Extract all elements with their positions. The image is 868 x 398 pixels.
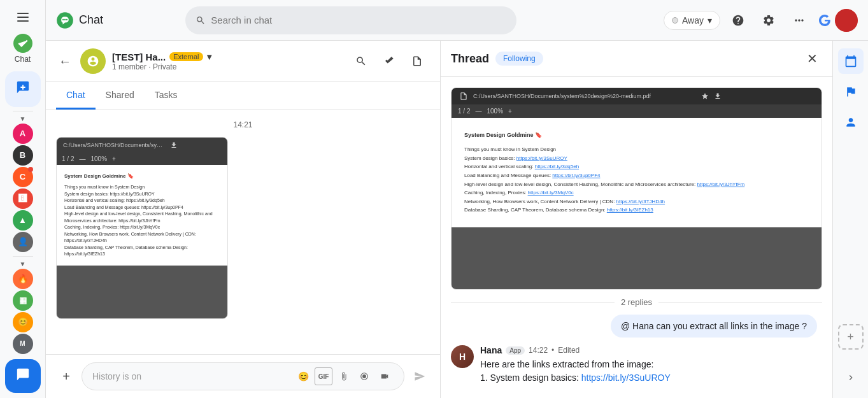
mention-message-container: @ Hana can you extract all links in the … — [451, 315, 822, 338]
sidebar-avatar-grid[interactable]: ▦ — [13, 290, 33, 311]
expand-icon-2[interactable]: ▼ — [20, 260, 26, 267]
right-sidebar-add-button[interactable]: + — [838, 324, 864, 350]
tab-chat[interactable]: Chat — [56, 82, 96, 110]
user-avatar[interactable] — [835, 9, 858, 32]
mention-message: @ Hana can you extract all links in the … — [611, 315, 817, 338]
help-icon[interactable] — [725, 8, 751, 33]
expand-icon[interactable]: ▼ — [20, 115, 26, 122]
sidebar-avatar-emoji[interactable]: 😊 — [13, 312, 33, 332]
chat-search-icon[interactable] — [348, 48, 374, 74]
hamburger-menu-icon[interactable] — [10, 5, 36, 29]
chat-title-area: [TEST] Ha... External ▾ 1 member · Priva… — [112, 52, 342, 71]
pdf-content-area[interactable]: 1 / 2 — 100% + System Design Goldmine 🔖 … — [57, 153, 227, 318]
search-bar[interactable] — [185, 6, 516, 34]
thread-pdf-link-5[interactable]: https://bit.ly/3MqV0c — [528, 190, 574, 195]
pdf-title: System Design Goldmine 🔖 — [64, 173, 220, 180]
chat-tabs: Chat Shared Tasks — [46, 82, 440, 110]
right-sidebar-expand-icon[interactable] — [838, 365, 864, 390]
status-label: Away — [682, 15, 704, 25]
reply-sender-name: Hana — [480, 345, 502, 355]
thread-pdf-attachment[interactable]: C:/Users/SANTHOSH/Documents/system%20des… — [451, 87, 822, 290]
thread-title: Thread — [451, 52, 489, 66]
video-call-icon[interactable] — [376, 48, 402, 74]
thread-pdf-link-7[interactable]: https://bit.ly/3IEZh13 — [607, 207, 653, 213]
topbar-logo: Chat — [56, 11, 103, 29]
user-avatar-image — [835, 9, 858, 32]
sidebar-avatar-4[interactable]: 🅱 — [13, 188, 33, 209]
external-badge: External — [169, 52, 203, 61]
message-attachment[interactable]: C:/Users/SANTHOSH/Documents/system%20des… — [56, 137, 228, 319]
thread-pdf-item-2: Horizontal and vertical scaling: https:/… — [464, 162, 809, 171]
send-button[interactable] — [409, 366, 430, 387]
emoji-icon[interactable]: 😊 — [294, 367, 312, 385]
video-icon[interactable] — [376, 367, 394, 385]
sidebar-active-item[interactable] — [5, 359, 41, 393]
sidebar-new-chat[interactable] — [5, 71, 41, 107]
thread-pdf-item-3: Load Balancing and Message queues: https… — [464, 171, 809, 180]
gif-icon[interactable]: GIF — [315, 367, 332, 385]
thread-pdf-link-6[interactable]: https://bit.ly/3TJHD4h — [616, 199, 665, 204]
thread-pdf-link-4[interactable]: https://bit.ly/3JhYfFm — [697, 181, 745, 187]
thread-pdf-pages: 1 / 2 — [458, 108, 470, 115]
attach-icon[interactable] — [335, 367, 353, 385]
add-button[interactable]: + — [56, 366, 76, 387]
right-sidebar-calendar-icon[interactable] — [838, 48, 864, 74]
thread-pdf-link-3[interactable]: https://bit.ly/3up0PF4 — [552, 173, 600, 178]
right-sidebar-tasks-icon[interactable] — [838, 79, 864, 104]
sidebar-avatar-2[interactable]: B — [13, 145, 33, 166]
active-chat-icon — [16, 367, 30, 385]
pdf-item-6: Networking, How Browsers work, Content N… — [64, 231, 220, 245]
thread-close-button[interactable]: ✕ — [802, 48, 822, 69]
message-input-box[interactable]: History is on 😊 GIF — [82, 362, 404, 390]
pdf-zoom: 100% — [90, 155, 107, 162]
status-button[interactable]: Away ▾ — [664, 11, 720, 30]
expand-chat-icon[interactable]: ▾ — [207, 52, 211, 62]
pdf-filename: C:/Users/SANTHOSH/Documents/system%20des… — [63, 142, 165, 148]
pdf-plus-icon[interactable]: + — [112, 155, 116, 162]
right-sidebar-contacts-icon[interactable] — [838, 110, 864, 135]
reply-first-link[interactable]: https://bit.ly/3SuUROY — [581, 373, 671, 383]
thread-pdf-text-content: System Design Goldmine 🔖 Things you must… — [452, 118, 822, 227]
search-icon — [196, 15, 206, 25]
following-badge[interactable]: Following — [495, 52, 543, 66]
sidebar-avatar-1[interactable]: A — [13, 124, 33, 144]
reply-body: Hana App 14:22 • Edited Here are the lin… — [480, 345, 822, 385]
sidebar-avatar-m[interactable]: M — [13, 334, 33, 354]
svg-point-4 — [62, 18, 64, 20]
pdf-toolbar: C:/Users/SANTHOSH/Documents/system%20des… — [57, 138, 227, 153]
reply-avatar: H — [451, 345, 474, 368]
thread-pdf-zoom-plus[interactable]: + — [508, 108, 512, 115]
tab-tasks[interactable]: Tasks — [145, 82, 188, 110]
tab-shared[interactable]: Shared — [96, 82, 145, 110]
sidebar-avatar-fire[interactable]: 🔥 — [13, 269, 33, 289]
thread-pdf-link-1[interactable]: https://bit.ly/3SuUROY — [516, 155, 567, 161]
thread-pdf-download-icon[interactable] — [714, 92, 722, 100]
thread-pdf-dash: — — [475, 108, 481, 115]
thread-pdf-link-2[interactable]: https://bit.ly/3dq5eh — [535, 164, 579, 169]
tasks-icon[interactable] — [404, 48, 430, 74]
pdf-item-0: Things you must know in System Design — [64, 184, 220, 191]
sidebar-avatar-6[interactable]: 👤 — [13, 232, 33, 252]
pdf-item-1: System design basics: https://bit.ly/3Su… — [64, 191, 220, 198]
thread-pdf-toolbar: C:/Users/SANTHOSH/Documents/system%20des… — [452, 88, 822, 104]
reply-text-content: Here are the links extracted from the im… — [480, 359, 653, 369]
thread-pdf-star-icon[interactable] — [701, 92, 709, 100]
chat-name-text: [TEST] Ha... — [112, 52, 166, 62]
pdf-item-7: Database Sharding, CAP Theorem, Database… — [64, 245, 220, 258]
sidebar-divider-1 — [13, 111, 33, 111]
sidebar-avatar-5[interactable]: ▲ — [13, 210, 33, 231]
apps-icon[interactable] — [786, 8, 812, 33]
pdf-file-icon — [459, 92, 468, 101]
thread-pdf-body: 1 / 2 — 100% + System Design Goldmine 🔖 … — [452, 104, 822, 289]
search-input[interactable] — [211, 15, 506, 25]
reply-time: 14:22 — [529, 346, 548, 355]
thread-pdf-filename: C:/Users/SANTHOSH/Documents/system%20des… — [473, 93, 696, 99]
divider-line-right — [658, 302, 822, 302]
settings-icon[interactable] — [756, 8, 781, 33]
svg-rect-2 — [17, 20, 29, 22]
record-icon[interactable] — [355, 367, 373, 385]
pdf-item-5: Caching, Indexing, Proxies: https://bit.… — [64, 224, 220, 231]
back-button[interactable]: ← — [56, 52, 74, 71]
history-on-label: History is on — [92, 371, 289, 381]
download-icon[interactable] — [170, 141, 178, 149]
